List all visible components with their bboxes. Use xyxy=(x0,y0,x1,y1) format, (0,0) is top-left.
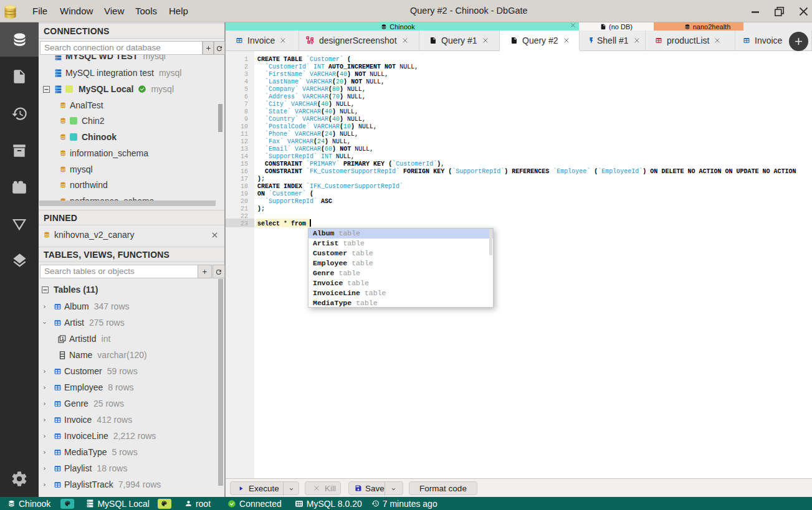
svg-text:1: 1 xyxy=(62,336,64,341)
